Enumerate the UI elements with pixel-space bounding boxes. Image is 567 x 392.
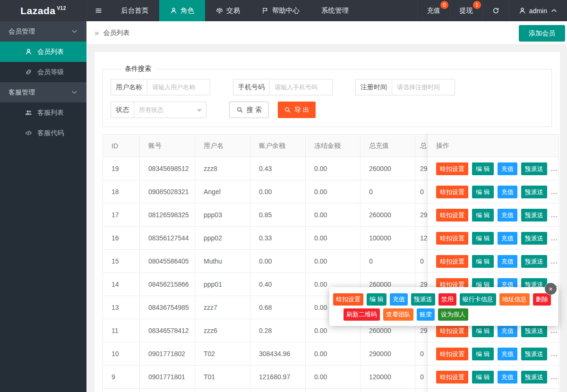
table-cell: wwww	[195, 389, 250, 392]
hidden-deduct-button[interactable]: 暗扣设置	[436, 255, 468, 268]
person-icon	[25, 48, 32, 55]
table-cell: ppp01	[195, 273, 250, 296]
status-select[interactable]: 所有状态	[134, 102, 206, 118]
set-fake-user-button[interactable]: 设为假人	[438, 308, 468, 321]
nav-item-roles[interactable]: 角色	[159, 0, 205, 21]
pre-dispatch-button[interactable]: 预派送	[521, 186, 547, 198]
account-change-button[interactable]: 账变	[417, 308, 435, 321]
header-refresh-button[interactable]	[482, 0, 509, 21]
sidebar-group-service-management[interactable]: 客服管理	[0, 82, 86, 102]
edit-button[interactable]: 编 辑	[472, 324, 494, 337]
header-withdraw-button[interactable]: 提现1	[450, 0, 482, 21]
bank-card-info-button[interactable]: 银行卡信息	[460, 293, 496, 306]
status-select-value: 所有状态	[139, 106, 163, 114]
header-recharge-button[interactable]: 充值0	[417, 0, 450, 21]
edit-button[interactable]: 编 辑	[472, 232, 494, 245]
header-admin-button[interactable]: admin	[509, 0, 567, 21]
table-cell: 08456215866	[140, 273, 195, 296]
table-cell: ppp02	[195, 227, 250, 249]
more-actions-button[interactable]: ...	[551, 257, 558, 265]
hidden-deduct-button[interactable]: 暗扣设置	[436, 324, 468, 337]
edit-button[interactable]: 编 辑	[472, 371, 494, 383]
more-actions-button[interactable]: ...	[551, 211, 558, 219]
edit-button[interactable]: 编 辑	[472, 162, 494, 175]
view-team-button[interactable]: 查看团队	[383, 308, 413, 321]
recharge-button[interactable]: 充值	[498, 209, 517, 222]
table-cell: ppp03	[195, 204, 250, 226]
column-header: 总	[415, 135, 428, 157]
sidebar-item-label: 会员列表	[37, 48, 64, 56]
pre-dispatch-button[interactable]: 预派送	[521, 371, 547, 383]
table-cell: 14	[103, 273, 140, 296]
refresh-icon	[492, 7, 499, 14]
add-member-button[interactable]: 添加会员	[519, 25, 565, 42]
table-cell: 0.00	[306, 342, 361, 365]
more-actions-button[interactable]: ...	[551, 373, 558, 381]
hidden-deduct-button[interactable]: 暗扣设置	[333, 293, 363, 306]
table-cell: 08436754985	[140, 296, 195, 319]
reg-time-input[interactable]	[392, 79, 455, 95]
table-row-actions: 暗扣设置编 辑充值预派送...	[428, 389, 558, 392]
export-button[interactable]: 导 出	[278, 102, 316, 118]
sidebar-item-service-list[interactable]: 客服列表	[0, 102, 86, 123]
recharge-button[interactable]: 充值	[498, 255, 517, 268]
sidebar-item-member-list[interactable]: 会员列表	[0, 42, 86, 62]
edit-button[interactable]: 编 辑	[472, 255, 494, 268]
table-cell: 308434.96	[250, 342, 306, 365]
table-cell: T02	[195, 342, 250, 365]
pre-dispatch-button[interactable]: 预派送	[521, 348, 547, 360]
recharge-button[interactable]: 充值	[390, 293, 408, 306]
nav-item-system[interactable]: 系统管理	[310, 0, 360, 21]
recharge-button[interactable]: 充值	[498, 232, 517, 245]
recharge-button[interactable]: 充值	[498, 162, 517, 175]
more-actions-button[interactable]: ...	[551, 327, 558, 334]
sidebar-group-member-management[interactable]: 会员管理	[0, 21, 86, 42]
table-cell: 0.28	[250, 319, 306, 342]
nav-item-transactions[interactable]: 交易	[205, 0, 251, 21]
edit-button[interactable]: 编 辑	[367, 293, 387, 306]
pre-dispatch-button[interactable]: 预派送	[521, 255, 547, 268]
pre-dispatch-button[interactable]: 预派送	[521, 324, 547, 337]
more-actions-button[interactable]: ...	[551, 234, 558, 242]
more-actions-button[interactable]: ...	[551, 350, 558, 358]
search-button[interactable]: 搜 索	[229, 102, 269, 118]
username-input[interactable]	[147, 79, 210, 95]
pre-dispatch-button[interactable]: 预派送	[411, 293, 435, 306]
recharge-button[interactable]: 充值	[498, 324, 517, 337]
hidden-deduct-button[interactable]: 暗扣设置	[436, 371, 468, 383]
edit-button[interactable]: 编 辑	[472, 186, 494, 198]
hidden-deduct-button[interactable]: 暗扣设置	[436, 162, 468, 175]
recharge-button[interactable]: 充值	[498, 371, 517, 383]
hidden-deduct-button[interactable]: 暗扣设置	[436, 232, 468, 245]
more-actions-button[interactable]: ...	[551, 188, 558, 196]
pre-dispatch-button[interactable]: 预派送	[521, 162, 547, 175]
menu-toggle-button[interactable]	[86, 0, 110, 21]
edit-button[interactable]: 编 辑	[472, 348, 494, 360]
pre-dispatch-button[interactable]: 预派送	[521, 209, 547, 222]
hidden-deduct-button[interactable]: 暗扣设置	[436, 348, 468, 360]
delete-button[interactable]: 删除	[533, 293, 551, 306]
content-card: 条件搜索 用户名称手机号码注册时间 状态 所有状态 搜 索 导 出	[94, 52, 560, 392]
recharge-button[interactable]: 充值	[498, 348, 517, 360]
table-row: 90901771801T01121680.970.001200000	[103, 366, 428, 389]
more-actions-button[interactable]: ...	[551, 165, 558, 172]
link-icon	[25, 68, 32, 76]
address-info-button[interactable]: 地址信息	[499, 293, 530, 306]
recharge-button[interactable]: 充值	[498, 186, 517, 198]
hidden-deduct-button[interactable]: 暗扣设置	[436, 209, 468, 222]
refresh-qrcode-button[interactable]: 刷新二维码	[344, 308, 380, 321]
edit-button[interactable]: 编 辑	[472, 209, 494, 222]
sidebar-item-member-level[interactable]: 会员等级	[0, 62, 86, 82]
table-cell: 0	[415, 366, 428, 388]
table-fixed-actions-column: 操作 暗扣设置编 辑充值预派送...暗扣设置编 辑充值预派送...暗扣设置编 辑…	[427, 135, 558, 392]
sidebar-item-service-code[interactable]: 客服代码	[0, 123, 86, 143]
close-icon[interactable]: ×	[545, 283, 557, 295]
phone-input[interactable]	[270, 79, 332, 95]
nav-item-help-center[interactable]: 帮助中心	[251, 0, 310, 21]
nav-item-dashboard[interactable]: 后台首页	[110, 0, 159, 21]
disable-button[interactable]: 禁用	[438, 293, 456, 306]
hidden-deduct-button[interactable]: 暗扣设置	[436, 186, 468, 198]
table-cell: Angel	[195, 180, 250, 203]
pre-dispatch-button[interactable]: 预派送	[521, 232, 547, 245]
table-cell: zzz8	[195, 157, 250, 180]
